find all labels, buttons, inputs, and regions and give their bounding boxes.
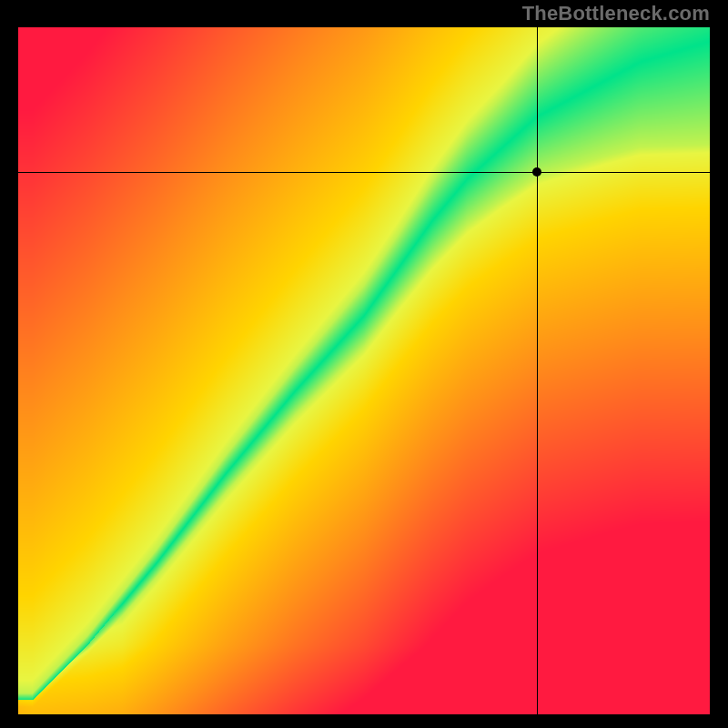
crosshair-vertical bbox=[537, 27, 538, 714]
crosshair-horizontal bbox=[18, 172, 710, 173]
chart-frame: TheBottleneck.com bbox=[0, 0, 728, 728]
heatmap-plot bbox=[18, 27, 710, 714]
heatmap-canvas bbox=[18, 27, 710, 714]
selection-marker bbox=[532, 167, 541, 177]
watermark-text: TheBottleneck.com bbox=[522, 2, 710, 25]
